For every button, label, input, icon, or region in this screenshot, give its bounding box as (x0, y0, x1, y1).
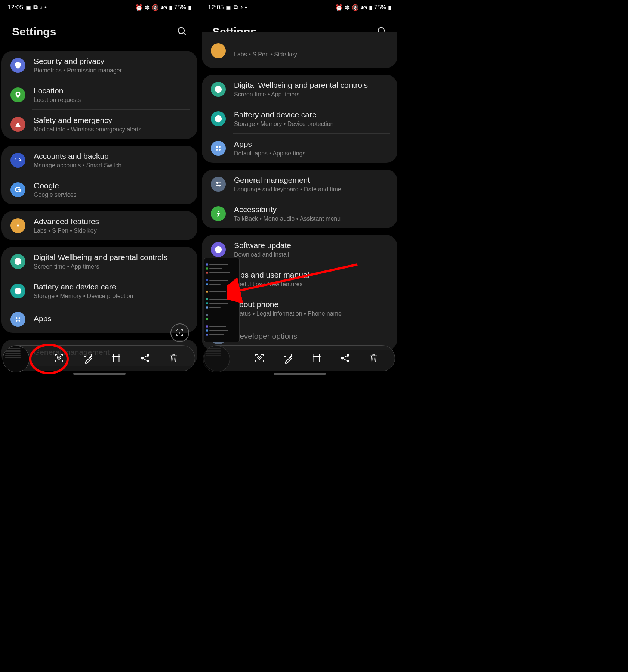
svg-text:T: T (179, 331, 181, 335)
item-title: Accessibility (234, 205, 390, 214)
settings-item-advanced[interactable]: Advanced features Labs • S Pen • Side ke… (1, 211, 197, 240)
svg-point-26 (219, 146, 221, 148)
item-title: Apps (234, 140, 390, 149)
svg-point-0 (178, 28, 184, 34)
item-title: Software update (234, 241, 390, 250)
item-title: General management (234, 176, 390, 185)
status-bar: 12:05 ▣ ⧉ ♪ • ⏰ ✽ 🔇 4G ▮ 75% ▮ (0, 0, 199, 15)
scroll-capture-button[interactable] (253, 352, 266, 365)
gear-plus-icon (10, 218, 25, 233)
page-title: Settings (12, 25, 56, 38)
network-4g: 4G (361, 5, 367, 10)
scroll-capture-preview[interactable] (204, 258, 240, 342)
svg-point-32 (219, 185, 220, 186)
settings-group: Accounts and backup Manage accounts • Sm… (1, 146, 197, 204)
svg-point-33 (218, 211, 219, 213)
alert-icon (10, 117, 25, 132)
item-sub: Default apps • App settings (234, 150, 390, 157)
nav-handle[interactable] (274, 373, 326, 375)
music-icon: ♪ (40, 4, 43, 11)
item-sub: Status • Legal information • Phone name (234, 310, 390, 317)
item-title: Battery and device care (234, 110, 390, 119)
phone-right: 12:05 ▣ ⧉ ♪ • ⏰ ✽ 🔇 4G ▮ 75% ▮ Settings (200, 0, 399, 376)
status-time: 12:05 (7, 4, 24, 11)
svg-point-5 (17, 290, 19, 292)
svg-point-37 (347, 354, 349, 356)
screenshot-thumbnail[interactable] (3, 346, 30, 372)
settings-item-apps[interactable]: Apps (1, 306, 197, 333)
settings-item-safety[interactable]: Safety and emergency Medical info • Wire… (1, 110, 197, 139)
item-title: Accounts and backup (34, 152, 190, 161)
item-title: About phone (234, 300, 390, 309)
settings-group: Advanced features Labs • S Pen • Side ke… (1, 211, 197, 240)
item-title: Location (34, 86, 190, 95)
scroll-capture-button[interactable] (52, 352, 66, 365)
nav-handle[interactable] (73, 373, 126, 375)
settings-item-battery[interactable]: Battery and device care Storage • Memory… (1, 276, 197, 306)
svg-line-18 (143, 356, 147, 358)
svg-point-25 (216, 146, 218, 148)
svg-line-40 (343, 359, 347, 360)
delete-button[interactable] (367, 352, 381, 365)
dot-icon: • (44, 4, 47, 11)
svg-point-24 (217, 118, 219, 120)
settings-item-apps[interactable]: Apps Default apps • App settings (202, 134, 397, 163)
settings-item-accessibility[interactable]: Accessibility TalkBack • Mono audio • As… (202, 199, 397, 228)
phone-left: 12:05 ▣ ⧉ ♪ • ⏰ ✽ 🔇 4G ▮ 75% ▮ Settings (0, 0, 199, 376)
image-icon: ▣ (25, 4, 31, 12)
download-icon (211, 242, 226, 257)
item-sub: Medical info • Wireless emergency alerts (34, 126, 190, 133)
item-sub: Storage • Memory • Device protection (34, 293, 190, 300)
settings-item-wellbeing[interactable]: Digital Wellbeing and parental controls … (202, 75, 397, 104)
status-time: 12:05 (208, 4, 224, 11)
dot-icon: • (245, 4, 247, 11)
care-icon (10, 284, 25, 298)
settings-item-google[interactable]: G Google Google services (1, 175, 197, 204)
item-sub: Google services (34, 192, 190, 198)
search-icon[interactable] (176, 26, 187, 38)
svg-line-39 (343, 356, 347, 358)
item-title: Tips and user manual (234, 270, 390, 279)
item-sub: Biometrics • Permission manager (34, 67, 190, 74)
item-title: Safety and emergency (34, 116, 190, 125)
settings-group: Labs • S Pen • Side key (202, 32, 397, 68)
settings-item-general[interactable]: General management Language and keyboard… (202, 170, 397, 199)
screenshot-thumbnail[interactable] (203, 346, 230, 372)
person-icon (211, 206, 226, 221)
settings-item-security[interactable]: Security and privacy Biometrics • Permis… (1, 51, 197, 80)
svg-point-17 (147, 360, 149, 362)
share-button[interactable] (338, 352, 352, 365)
settings-group: Security and privacy Biometrics • Permis… (1, 51, 197, 139)
item-title: Developer options (234, 332, 390, 341)
svg-point-9 (18, 320, 20, 322)
tag-button[interactable] (310, 352, 323, 365)
item-title: Digital Wellbeing and parental controls (234, 81, 390, 90)
item-sub: Storage • Memory • Device protection (234, 121, 390, 127)
settings-item-battery[interactable]: Battery and device care Storage • Memory… (202, 104, 397, 133)
item-title: Digital Wellbeing and parental controls (34, 253, 190, 262)
signal-icon: ▮ (369, 4, 372, 11)
heart-icon (10, 254, 25, 269)
share-button[interactable] (138, 352, 152, 365)
edit-button[interactable] (81, 352, 95, 365)
bluetooth-icon: ✽ (345, 4, 350, 11)
item-title: Apps (34, 314, 190, 323)
svg-line-1 (184, 33, 185, 35)
settings-item-advanced[interactable]: Labs • S Pen • Side key (202, 32, 397, 68)
delete-button[interactable] (167, 352, 181, 365)
text-extract-fab[interactable]: T (170, 323, 189, 342)
item-title: Battery and device care (34, 282, 190, 291)
alarm-icon: ⏰ (135, 4, 143, 11)
settings-item-wellbeing[interactable]: Digital Wellbeing and parental controls … (1, 247, 197, 276)
svg-point-15 (141, 357, 143, 359)
settings-group: Digital Wellbeing and parental controls … (202, 75, 397, 163)
settings-item-location[interactable]: Location Location requests (1, 80, 197, 109)
screenshot-icon: ⧉ (234, 4, 238, 11)
svg-point-2 (17, 224, 19, 227)
settings-group: Digital Wellbeing and parental controls … (1, 247, 197, 333)
settings-item-accounts[interactable]: Accounts and backup Manage accounts • Sm… (1, 146, 197, 175)
mute-icon: 🔇 (151, 4, 159, 11)
tag-button[interactable] (110, 352, 123, 365)
item-sub: Download and install (234, 251, 390, 258)
edit-button[interactable] (281, 352, 295, 365)
